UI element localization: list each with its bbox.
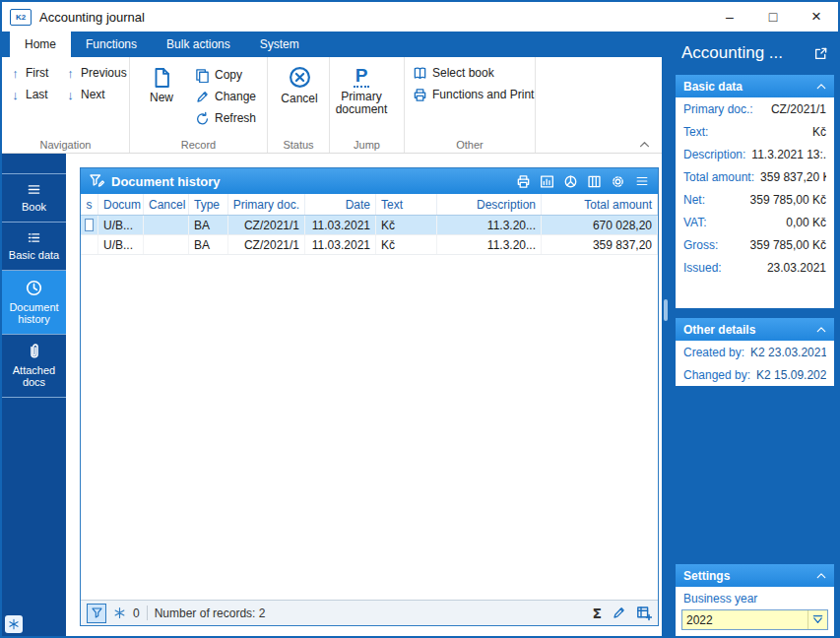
snowflake-icon[interactable] [113,606,126,619]
analysis-icon[interactable] [563,174,578,189]
dropdown-icon[interactable] [808,610,827,629]
close-button[interactable]: × [795,2,838,32]
cell-type[interactable]: BA [189,216,228,234]
cell-date[interactable]: 11.03.2021 [305,216,376,234]
columns-icon[interactable] [587,174,602,189]
gear-icon[interactable] [611,174,625,189]
select-book-button[interactable]: Select book [411,63,531,83]
filter-edit-icon[interactable] [89,173,104,189]
tab-functions[interactable]: Functions [71,32,152,57]
business-year-combo[interactable] [681,609,828,630]
next-button[interactable]: ↓ Next [63,85,129,104]
cell-total-amount[interactable]: 670 028,20 [542,216,658,234]
cell-docum[interactable]: U/B... [98,235,144,254]
functions-and-print-button[interactable]: Functions and Print [411,85,531,104]
tab-system[interactable]: System [245,32,314,57]
cell-description[interactable]: 11.3.20... [437,235,542,254]
menu-icon[interactable] [634,174,650,188]
chevron-up-icon[interactable] [816,572,826,579]
cell-cancel[interactable] [144,216,189,234]
snowflake-icon[interactable] [5,615,23,633]
detail-panel-title: Accounting ... [681,43,783,63]
window-title: Accounting journal [39,10,145,25]
panel-splitter[interactable] [662,32,670,636]
arrow-up-icon: ↑ [10,66,21,81]
arrow-down-icon: ↓ [10,88,21,102]
cell-type[interactable]: BA [189,235,228,254]
table-row[interactable]: U/B... BA CZ/2021/1 11.03.2021 Kč 11.3.2… [81,235,658,255]
change-button[interactable]: Change [193,87,258,106]
cell-date[interactable]: 11.03.2021 [305,235,376,254]
group-label-other: Other [405,139,535,151]
column-header-description[interactable]: Description [437,194,542,215]
primary-document-button[interactable]: P Primary document [336,61,387,116]
field-value: 0,00 Kč [786,216,826,229]
field-text: Text: Kč [676,120,834,143]
chevron-up-icon[interactable] [816,326,826,333]
column-header-date[interactable]: Date [305,194,376,215]
sidebar-item-book[interactable]: Book [2,173,66,223]
sidebar-item-label: Attached docs [5,364,63,388]
column-header-s[interactable]: s [81,194,98,215]
cell-cancel[interactable] [144,235,189,254]
sum-icon[interactable]: Σ [592,606,602,621]
section-basic-data[interactable]: Basic data [676,75,834,97]
sidebar-item-attached-docs[interactable]: Attached docs [2,335,66,398]
splitter-grip[interactable] [664,299,668,321]
column-header-docum[interactable]: Docum [98,194,144,215]
column-header-type[interactable]: Type [189,194,228,215]
add-table-icon[interactable] [636,606,652,621]
new-button[interactable]: New [136,63,187,128]
tab-home[interactable]: Home [10,32,71,57]
refresh-button[interactable]: Refresh [193,108,258,128]
sidebar-item-label: Book [22,201,46,213]
cancel-button[interactable]: Cancel [274,61,325,105]
group-label-status: Status [268,139,329,151]
field-label: Created by: [683,346,744,359]
cell-state[interactable] [81,235,98,254]
expand-icon[interactable] [813,46,828,61]
cell-primary-doc[interactable]: CZ/2021/1 [228,235,305,254]
previous-label: Previous [81,66,127,80]
new-label: New [150,92,173,104]
column-header-total-amount[interactable]: Total amount [542,194,658,215]
section-other-details-label: Other details [683,323,755,337]
table-row[interactable]: U/B... BA CZ/2021/1 11.03.2021 Kč 11.3.2… [81,216,658,235]
cancel-label: Cancel [281,93,317,105]
cell-docum[interactable]: U/B... [98,216,144,234]
sidebar-item-basic-data[interactable]: Basic data [2,223,66,271]
column-header-primary-doc[interactable]: Primary doc. [228,194,305,215]
cell-description[interactable]: 11.3.20... [437,216,542,234]
document-history-panel: Document history [80,167,659,626]
cell-state[interactable] [81,216,98,234]
maximize-button[interactable]: □ [751,2,795,32]
filter-toggle[interactable] [87,604,106,623]
minimize-button[interactable]: – [708,2,751,32]
cell-text[interactable]: Kč [376,235,437,254]
column-header-cancel[interactable]: Cancel [144,194,189,215]
section-settings[interactable]: Settings [676,564,834,587]
chart-icon[interactable] [540,174,554,189]
print-icon[interactable] [516,174,531,189]
section-basic-data-label: Basic data [683,80,743,94]
cell-primary-doc[interactable]: CZ/2021/1 [228,216,305,234]
other-details-card: Created by: K2 23.03.2021... Changed by:… [676,341,834,386]
sidebar: Book Basic data Document history [2,154,66,636]
sidebar-item-document-history[interactable]: Document history [2,271,66,335]
tab-bulk-actions[interactable]: Bulk actions [152,32,245,57]
copy-icon [195,68,210,83]
column-header-text[interactable]: Text [376,194,437,215]
first-button[interactable]: ↑ First [8,63,57,83]
ribbon: ↑ First ↑ Previous ↓ Last ↓ [2,57,662,154]
cell-text[interactable]: Kč [376,216,437,234]
collapse-ribbon-icon[interactable] [639,141,650,148]
last-button[interactable]: ↓ Last [8,85,57,104]
business-year-input[interactable] [682,610,808,629]
copy-button[interactable]: Copy [193,65,258,85]
section-other-details[interactable]: Other details [676,318,834,341]
previous-button[interactable]: ↑ Previous [63,63,129,83]
cell-total-amount[interactable]: 359 837,20 [542,235,658,254]
chevron-up-icon[interactable] [816,83,826,90]
edit-icon[interactable] [612,606,626,620]
sidebar-item-label: Basic data [9,249,59,261]
